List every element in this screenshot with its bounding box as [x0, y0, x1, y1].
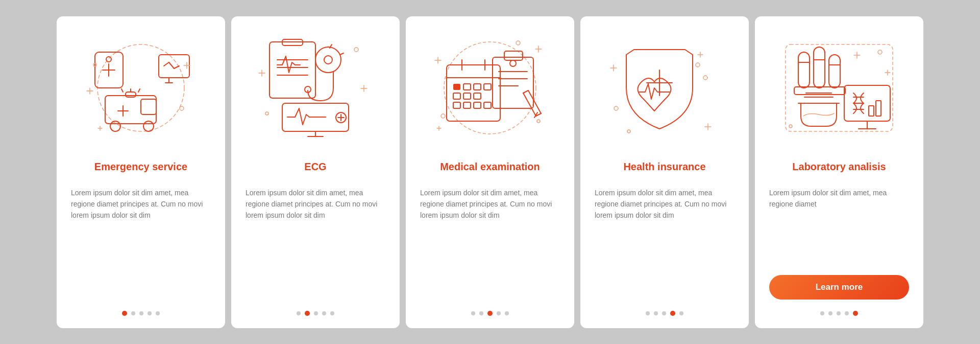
- svg-line-17: [169, 62, 174, 68]
- svg-point-34: [315, 47, 341, 73]
- card-emergency: Emergency service Lorem ipsum dolor sit …: [57, 16, 225, 328]
- dot-3: [837, 311, 841, 315]
- card-body-emergency: Lorem ipsum dolor sit dim amet, mea regi…: [71, 187, 211, 300]
- dot-4: [670, 311, 675, 316]
- svg-line-12: [121, 89, 123, 92]
- card-title-medical: Medical examination: [440, 153, 540, 180]
- icon-area-medical: [424, 32, 556, 144]
- svg-point-98: [627, 130, 630, 133]
- card-body-insurance: Lorem ipsum dolor sit dim amet, mea regi…: [595, 187, 734, 300]
- svg-rect-61: [453, 93, 460, 99]
- svg-rect-118: [876, 101, 881, 116]
- svg-point-97: [703, 76, 707, 80]
- svg-point-8: [143, 121, 154, 131]
- svg-point-86: [537, 120, 540, 123]
- dot-2: [828, 311, 832, 315]
- svg-rect-65: [463, 102, 471, 108]
- icon-area-emergency: [75, 32, 207, 144]
- svg-point-73: [510, 60, 516, 66]
- svg-rect-63: [474, 93, 481, 99]
- dot-2: [654, 311, 658, 315]
- card-title-insurance: Health insurance: [623, 153, 705, 180]
- svg-rect-58: [463, 84, 471, 90]
- svg-line-76: [523, 90, 528, 93]
- card-body-laboratory: Lorem ipsum dolor sit dim amet, mea regi…: [769, 187, 909, 266]
- dot-3: [662, 311, 666, 315]
- dot-1: [646, 311, 650, 315]
- svg-rect-103: [814, 47, 825, 88]
- svg-point-96: [614, 106, 618, 110]
- svg-point-37: [324, 56, 332, 64]
- card-body-ecg: Lorem ipsum dolor sit dim amet, mea regi…: [246, 187, 385, 300]
- icon-area-laboratory: [773, 32, 905, 144]
- svg-rect-117: [869, 106, 874, 116]
- svg-line-39: [340, 53, 344, 55]
- svg-point-28: [180, 106, 184, 110]
- dots-ecg: [297, 311, 334, 316]
- svg-rect-105: [829, 55, 840, 88]
- learn-more-button[interactable]: Learn more: [769, 275, 909, 300]
- svg-line-16: [164, 62, 169, 66]
- dot-2: [131, 311, 135, 315]
- svg-rect-66: [474, 102, 481, 108]
- dot-3: [487, 311, 493, 316]
- svg-rect-67: [484, 102, 491, 108]
- svg-rect-6: [141, 99, 156, 114]
- icon-area-ecg: [249, 32, 382, 144]
- svg-line-74: [523, 93, 536, 116]
- svg-point-87: [516, 41, 520, 45]
- svg-rect-57: [453, 84, 460, 90]
- dot-2: [305, 311, 310, 316]
- svg-rect-15: [159, 55, 189, 78]
- card-insurance: Health insurance Lorem ipsum dolor sit d…: [580, 16, 749, 328]
- svg-rect-29: [270, 42, 315, 98]
- card-ecg: ECG Lorem ipsum dolor sit dim amet, mea …: [231, 16, 400, 328]
- dot-4: [845, 311, 849, 315]
- svg-rect-59: [474, 84, 481, 90]
- svg-rect-72: [504, 51, 523, 60]
- svg-rect-101: [798, 52, 810, 88]
- svg-point-4: [106, 57, 111, 62]
- svg-rect-64: [453, 102, 460, 108]
- dot-4: [497, 311, 501, 315]
- icon-area-insurance: [598, 32, 731, 144]
- svg-rect-11: [126, 92, 136, 97]
- svg-rect-62: [463, 93, 471, 99]
- svg-point-124: [789, 125, 792, 128]
- dot-3: [314, 311, 318, 315]
- dot-1: [471, 311, 475, 315]
- dot-5: [853, 311, 858, 316]
- dot-1: [122, 311, 127, 316]
- dot-5: [679, 311, 683, 315]
- dot-1: [297, 311, 301, 315]
- card-medical: Medical examination Lorem ipsum dolor si…: [406, 16, 574, 328]
- svg-rect-111: [844, 85, 890, 121]
- dots-emergency: [122, 311, 160, 316]
- dot-1: [820, 311, 824, 315]
- dot-3: [139, 311, 143, 315]
- dot-4: [322, 311, 326, 315]
- card-laboratory: Laboratory analisis Lorem ipsum dolor si…: [755, 16, 923, 328]
- cards-container: Emergency service Lorem ipsum dolor sit …: [41, 6, 939, 338]
- svg-point-99: [696, 63, 700, 67]
- svg-line-14: [138, 89, 140, 92]
- card-title-emergency: Emergency service: [94, 153, 187, 180]
- svg-line-18: [174, 66, 179, 68]
- dot-2: [479, 311, 483, 315]
- card-title-laboratory: Laboratory analisis: [792, 153, 886, 180]
- svg-point-51: [265, 112, 268, 115]
- dot-4: [148, 311, 152, 315]
- dot-5: [156, 311, 160, 315]
- dot-5: [330, 311, 334, 315]
- dots-laboratory: [820, 311, 858, 316]
- svg-point-123: [878, 50, 882, 54]
- dot-5: [505, 311, 509, 315]
- dots-insurance: [646, 311, 683, 316]
- svg-point-50: [354, 48, 358, 52]
- card-title-ecg: ECG: [304, 153, 326, 180]
- card-body-medical: Lorem ipsum dolor sit dim amet, mea regi…: [420, 187, 560, 300]
- dots-medical: [471, 311, 509, 316]
- svg-point-85: [441, 114, 445, 118]
- svg-rect-5: [105, 96, 156, 124]
- svg-rect-60: [484, 84, 491, 90]
